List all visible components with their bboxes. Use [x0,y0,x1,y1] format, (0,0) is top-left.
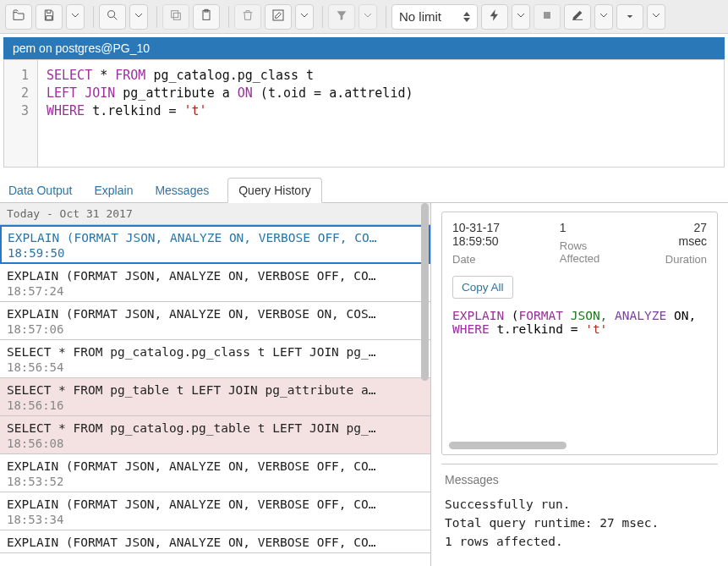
svg-rect-6 [544,12,550,19]
history-item-timestamp: 18:57:24 [7,284,424,298]
messages-title: Messages [445,473,714,486]
save-icon [42,8,56,25]
stepper-icon [463,12,470,22]
tab-query-history[interactable]: Query History [227,178,322,203]
caret-down-icon [361,8,375,25]
clear-dropdown[interactable] [594,4,613,30]
search-icon [106,8,119,25]
history-item[interactable]: EXPLAIN (FORMAT JSON, ANALYZE ON, VERBOS… [0,492,430,530]
history-item-query: EXPLAIN (FORMAT JSON, ANALYZE ON, VERBOS… [7,459,376,473]
output-tabs: Data Output Explain Messages Query Histo… [0,176,728,203]
copy-icon [169,8,183,25]
execute-dropdown[interactable] [512,4,530,30]
stat-rows: 1 Rows Affected [560,221,621,266]
execute-button[interactable] [481,4,508,30]
find-button[interactable] [99,4,126,30]
download-icon [623,8,637,25]
history-item[interactable]: EXPLAIN (FORMAT JSON, ANALYZE ON, VERBOS… [0,302,430,340]
stat-date: 10-31-17 18:59:50 Date [452,221,538,266]
caret-down-icon [649,8,663,25]
paste-icon [200,8,213,25]
lower-panels: Today - Oct 31 2017 EXPLAIN (FORMAT JSON… [0,203,728,566]
history-item-query: SELECT * FROM pg_catalog.pg_class t LEFT… [7,345,376,359]
detail-panel: 10-31-17 18:59:50 Date 1 Rows Affected 2… [431,203,728,566]
edit-button[interactable] [265,4,292,30]
connection-bar[interactable]: pem on postgres@PG_10 [3,37,725,59]
history-item-query: EXPLAIN (FORMAT JSON, ANALYZE ON, VERBOS… [7,497,376,511]
delete-button[interactable] [234,4,261,30]
history-item-query: SELECT * FROM pg_catalog.pg_table t LEFT… [7,421,376,435]
history-item-timestamp: 18:57:06 [7,322,424,336]
download-button[interactable] [616,4,643,30]
folder-open-icon [12,8,25,25]
history-item-timestamp: 18:56:16 [7,398,424,412]
eraser-icon [571,8,584,25]
svg-point-0 [108,10,115,17]
messages-panel: Messages Successfully run. Total query r… [441,464,718,551]
paste-button[interactable] [193,4,220,30]
history-scrollbar[interactable] [421,203,429,566]
stop-icon [540,8,554,25]
history-item-query: EXPLAIN (FORMAT JSON, ANALYZE ON, VERBOS… [7,536,376,549]
open-file-button[interactable] [5,4,32,30]
history-item[interactable]: SELECT * FROM pg_catalog.pg_table t LEFT… [0,416,430,454]
caret-down-icon [132,8,145,25]
history-date-header: Today - Oct 31 2017 [0,203,430,225]
stop-button[interactable] [534,4,561,30]
svg-rect-1 [173,13,180,19]
history-item[interactable]: EXPLAIN (FORMAT JSON, ANALYZE ON, VERBOS… [0,530,430,553]
svg-rect-2 [172,10,178,17]
toolbar: No limit [0,0,728,34]
row-limit-select[interactable]: No limit [391,4,478,30]
trash-icon [241,8,255,25]
copy-all-button[interactable]: Copy All [452,276,513,299]
history-item-timestamp: 18:59:50 [8,246,423,260]
filter-icon [335,8,348,25]
download-dropdown[interactable] [647,4,665,30]
history-item-query: EXPLAIN (FORMAT JSON, ANALYZE ON, VERBOS… [7,307,376,321]
history-list[interactable]: EXPLAIN (FORMAT JSON, ANALYZE ON, VERBOS… [0,225,430,566]
save-button[interactable] [36,4,63,30]
tab-data-output[interactable]: Data Output [5,179,76,202]
filter-dropdown[interactable] [359,4,377,30]
caret-down-icon [597,8,610,25]
history-item[interactable]: SELECT * FROM pg_catalog.pg_class t LEFT… [0,340,430,378]
row-limit-label: No limit [399,9,441,24]
filter-button[interactable] [328,4,355,30]
history-item-timestamp: 18:56:54 [7,360,424,374]
clear-button[interactable] [564,4,591,30]
sql-editor[interactable]: 1 2 3 SELECT * FROM pg_catalog.pg_class … [3,59,725,168]
history-item[interactable]: EXPLAIN (FORMAT JSON, ANALYZE ON, VERBOS… [0,225,430,264]
editor-gutter: 1 2 3 [4,60,38,167]
bolt-icon [488,8,501,25]
history-panel: Today - Oct 31 2017 EXPLAIN (FORMAT JSON… [0,203,431,566]
svg-rect-5 [273,10,283,20]
history-item[interactable]: SELECT * FROM pg_table t LEFT JOIN pg_at… [0,378,430,416]
edit-dropdown[interactable] [295,4,314,30]
history-scroll-thumb[interactable] [421,203,429,381]
caret-down-icon [514,8,528,25]
history-item-timestamp: 18:53:52 [7,475,424,488]
find-dropdown[interactable] [129,4,148,30]
history-item[interactable]: EXPLAIN (FORMAT JSON, ANALYZE ON, VERBOS… [0,264,430,302]
history-item-query: EXPLAIN (FORMAT JSON, ANALYZE ON, VERBOS… [7,269,376,283]
editor-code[interactable]: SELECT * FROM pg_catalog.pg_class tLEFT … [38,60,422,167]
tab-explain[interactable]: Explain [91,179,137,202]
caret-down-icon [298,8,311,25]
stat-duration: 27 msec Duration [665,221,707,266]
history-item[interactable]: EXPLAIN (FORMAT JSON, ANALYZE ON, VERBOS… [0,454,430,492]
save-dropdown[interactable] [66,4,85,30]
detail-body: 10-31-17 18:59:50 Date 1 Rows Affected 2… [441,212,718,455]
history-item-query: EXPLAIN (FORMAT JSON, ANALYZE ON, VERBOS… [8,231,377,245]
history-item-timestamp: 18:53:34 [7,513,424,526]
detail-hscroll-thumb[interactable] [449,442,567,449]
caret-down-icon [68,8,82,25]
history-item-timestamp: 18:56:08 [7,437,424,450]
tab-messages[interactable]: Messages [151,179,212,202]
detail-stats: 10-31-17 18:59:50 Date 1 Rows Affected 2… [452,221,707,266]
copy-button[interactable] [162,4,189,30]
connection-label: pem on postgres@PG_10 [13,41,150,55]
pencil-square-icon [271,8,285,25]
detail-hscrollbar[interactable] [449,442,710,449]
history-item-query: SELECT * FROM pg_table t LEFT JOIN pg_at… [7,383,376,397]
